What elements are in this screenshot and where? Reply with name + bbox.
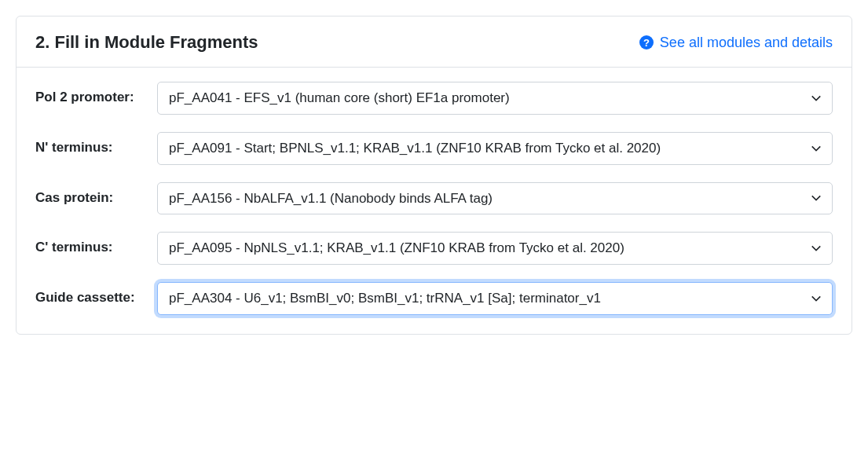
- select-pol2-promoter-wrapper: pF_AA041 - EFS_v1 (human core (short) EF…: [157, 82, 833, 115]
- label-cas-protein: Cas protein:: [35, 182, 157, 208]
- see-all-modules-link[interactable]: ? See all modules and details: [639, 35, 833, 51]
- label-pol2-promoter: Pol 2 promoter:: [35, 82, 157, 108]
- help-link-text: See all modules and details: [660, 35, 833, 51]
- field-guide-cassette: Guide cassette: pF_AA304 - U6_v1; BsmBI_…: [35, 282, 833, 315]
- label-c-terminus: C' terminus:: [35, 232, 157, 258]
- help-icon: ?: [639, 35, 654, 49]
- field-n-terminus: N' terminus: pF_AA091 - Start; BPNLS_v1.…: [35, 132, 833, 165]
- select-pol2-promoter[interactable]: pF_AA041 - EFS_v1 (human core (short) EF…: [157, 82, 833, 115]
- panel-body: Pol 2 promoter: pF_AA041 - EFS_v1 (human…: [16, 68, 852, 334]
- field-pol2-promoter: Pol 2 promoter: pF_AA041 - EFS_v1 (human…: [35, 82, 833, 115]
- label-n-terminus: N' terminus:: [35, 132, 157, 158]
- field-cas-protein: Cas protein: pF_AA156 - NbALFA_v1.1 (Nan…: [35, 182, 833, 215]
- select-c-terminus-wrapper: pF_AA095 - NpNLS_v1.1; KRAB_v1.1 (ZNF10 …: [157, 232, 833, 265]
- select-c-terminus[interactable]: pF_AA095 - NpNLS_v1.1; KRAB_v1.1 (ZNF10 …: [157, 232, 833, 265]
- panel-header: 2. Fill in Module Fragments ? See all mo…: [16, 16, 852, 68]
- module-fragments-panel: 2. Fill in Module Fragments ? See all mo…: [16, 16, 852, 335]
- select-guide-cassette[interactable]: pF_AA304 - U6_v1; BsmBI_v0; BsmBI_v1; tr…: [157, 282, 833, 315]
- select-cas-protein[interactable]: pF_AA156 - NbALFA_v1.1 (Nanobody binds A…: [157, 182, 833, 215]
- select-n-terminus[interactable]: pF_AA091 - Start; BPNLS_v1.1; KRAB_v1.1 …: [157, 132, 833, 165]
- select-guide-cassette-wrapper: pF_AA304 - U6_v1; BsmBI_v0; BsmBI_v1; tr…: [157, 282, 833, 315]
- select-n-terminus-wrapper: pF_AA091 - Start; BPNLS_v1.1; KRAB_v1.1 …: [157, 132, 833, 165]
- panel-title: 2. Fill in Module Fragments: [35, 32, 258, 53]
- select-cas-protein-wrapper: pF_AA156 - NbALFA_v1.1 (Nanobody binds A…: [157, 182, 833, 215]
- label-guide-cassette: Guide cassette:: [35, 282, 157, 308]
- field-c-terminus: C' terminus: pF_AA095 - NpNLS_v1.1; KRAB…: [35, 232, 833, 265]
